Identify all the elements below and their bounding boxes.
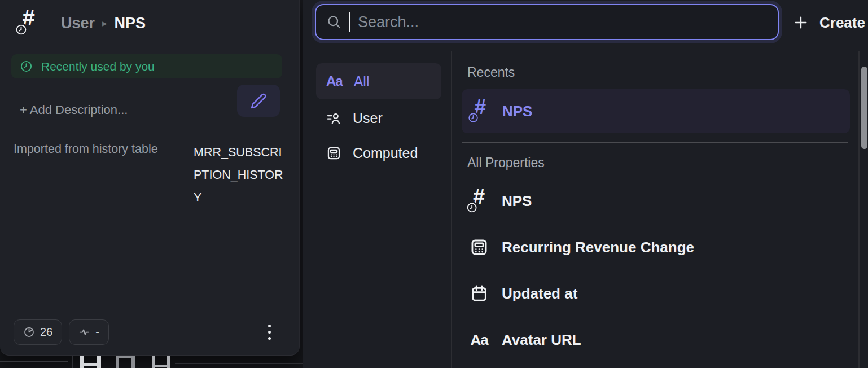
property-row-avatar-url[interactable]: Aa Avatar URL	[467, 325, 840, 354]
tab-computed-label: Computed	[353, 145, 418, 161]
kebab-icon	[268, 325, 271, 327]
recent-item-nps[interactable]: # NPS	[462, 89, 850, 133]
scrollbar-thumb[interactable]	[861, 67, 867, 149]
property-row-label: NPS	[502, 192, 532, 210]
property-row-label: Recurring Revenue Change	[502, 239, 694, 256]
all-properties-section-title: All Properties	[467, 155, 545, 170]
numeric-history-icon: #	[17, 9, 42, 36]
usage-count-button[interactable]: 26	[14, 319, 62, 345]
search-box	[315, 4, 779, 40]
breadcrumb-current: NPS	[115, 15, 146, 32]
property-row-label: Avatar URL	[502, 331, 581, 349]
scrollbar-track	[858, 51, 860, 368]
create-label: Create	[819, 14, 865, 32]
tab-user[interactable]: User	[316, 105, 441, 131]
tab-computed[interactable]: Computed	[316, 140, 441, 166]
clock-icon	[467, 112, 479, 124]
clock-icon	[20, 60, 33, 73]
breadcrumb-parent[interactable]: User	[61, 15, 95, 32]
imported-from-value: MRR_SUBSCRIPTION_HISTORY	[194, 141, 284, 209]
app-screen: # User ▸ NPS Recently used by you + Add …	[0, 0, 868, 368]
numeric-history-icon: #	[470, 99, 493, 124]
property-search-modal: Create Aa All User Computed Recents #	[303, 0, 868, 368]
property-row-nps[interactable]: # NPS	[467, 186, 840, 216]
user-list-icon	[326, 111, 341, 126]
more-options-button[interactable]	[260, 319, 279, 345]
tab-user-label: User	[353, 110, 383, 126]
text-caret	[349, 12, 350, 32]
tab-all[interactable]: Aa All	[316, 63, 441, 99]
property-row-updated-at[interactable]: Updated at	[467, 279, 840, 308]
property-detail-panel: # User ▸ NPS Recently used by you + Add …	[0, 0, 300, 356]
pie-chart-icon	[23, 326, 35, 338]
calculator-icon	[326, 146, 341, 161]
property-row-label: Updated at	[502, 285, 577, 303]
search-input[interactable]	[358, 14, 768, 31]
create-button[interactable]: Create	[793, 9, 865, 36]
text-icon: Aa	[470, 331, 488, 349]
clock-icon	[466, 201, 478, 214]
numeric-history-icon: #	[468, 188, 490, 214]
recently-used-badge: Recently used by you	[11, 54, 282, 78]
recent-item-label: NPS	[502, 103, 532, 120]
imported-from-label: Imported from history table	[14, 142, 158, 156]
search-icon	[326, 14, 342, 30]
edit-description-button[interactable]	[237, 85, 280, 117]
usage-count-value: 26	[40, 326, 52, 339]
recently-used-label: Recently used by you	[41, 60, 155, 73]
breadcrumb: User ▸ NPS	[61, 15, 146, 32]
property-row-recurring-revenue-change[interactable]: Recurring Revenue Change	[467, 233, 840, 262]
breadcrumb-separator: ▸	[102, 17, 107, 29]
calculator-icon	[470, 238, 489, 257]
clock-icon	[15, 23, 28, 36]
trend-value: -	[95, 326, 99, 339]
pencil-icon	[250, 93, 267, 109]
activity-icon	[78, 326, 90, 338]
trend-button[interactable]: -	[69, 319, 109, 345]
text-icon: Aa	[326, 73, 343, 89]
section-divider	[462, 142, 848, 143]
recents-section-title: Recents	[467, 65, 515, 80]
add-description-button[interactable]: + Add Description...	[20, 103, 128, 117]
tab-all-label: All	[354, 73, 370, 90]
calendar-icon	[470, 284, 489, 303]
plus-icon	[793, 15, 809, 30]
vertical-divider	[451, 51, 452, 368]
